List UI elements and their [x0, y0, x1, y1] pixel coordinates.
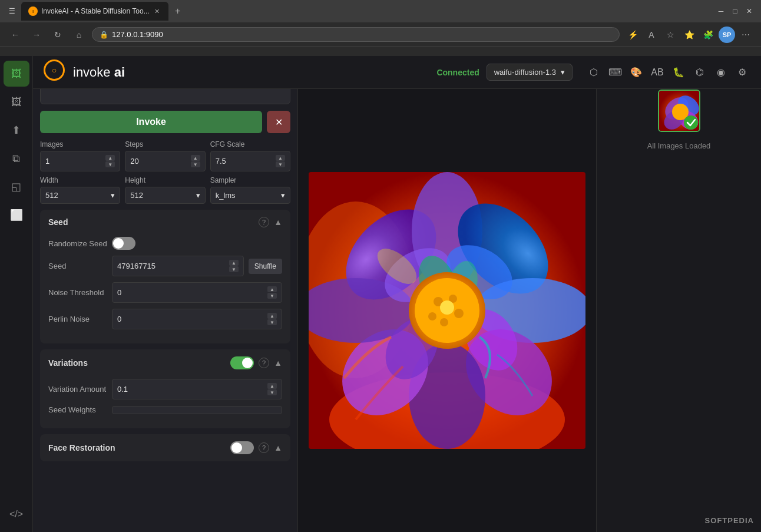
merge-icon: ⧉: [12, 153, 20, 165]
extensions-btn[interactable]: 🧩: [700, 27, 716, 43]
sidebar-item-upscale[interactable]: ⬆: [4, 117, 29, 143]
cfg-param: CFG Scale 7.5 ▲ ▼: [210, 140, 290, 171]
seed-help-btn[interactable]: ?: [259, 217, 269, 227]
invoke-button[interactable]: Invoke: [40, 111, 262, 133]
model-dropdown-arrow: ▾: [561, 68, 565, 77]
app-logo: ○: [42, 58, 66, 82]
cfg-down[interactable]: ▼: [276, 161, 285, 167]
image-container: ▲ Type gfpgan ▾ gfpgan codeformer: [298, 88, 596, 532]
cfg-label: CFG Scale: [210, 140, 290, 148]
address-bar[interactable]: 🔒 127.0.0.1:9090: [92, 27, 620, 42]
perlin-up[interactable]: ▲: [267, 313, 277, 319]
perlin-input[interactable]: 0 ▲ ▼: [112, 309, 282, 329]
shuffle-btn[interactable]: Shuffle: [249, 259, 282, 274]
cfg-up[interactable]: ▲: [276, 155, 285, 161]
gallery-area: All Images Loaded: [597, 85, 761, 508]
home-btn[interactable]: ⌂: [71, 27, 87, 43]
variation-amount-input[interactable]: 0.1 ▲ ▼: [112, 379, 282, 399]
images-up[interactable]: ▲: [105, 155, 115, 161]
svg-point-22: [454, 309, 464, 318]
new-tab-btn[interactable]: +: [171, 4, 185, 18]
sidebar-item-alt[interactable]: ◱: [4, 174, 29, 200]
face-restoration-collapse[interactable]: ▲: [274, 443, 282, 452]
forward-btn[interactable]: →: [28, 27, 45, 43]
variation-amount-spinners: ▲ ▼: [267, 383, 277, 395]
center-panel: ⬆ ⤢ ❝ ✦ ✳ ☺ ⛶ </> 🗑: [298, 56, 596, 532]
seed-up[interactable]: ▲: [229, 260, 239, 266]
variation-amount-row: Variation Amount 0.1 ▲ ▼: [48, 379, 282, 399]
variations-section-header[interactable]: Variations ? ▲: [40, 349, 290, 376]
seed-section-header[interactable]: Seed ? ▲: [40, 210, 290, 234]
app-header: ○ invoke ai Connected waifu-diffusion-1.…: [33, 56, 761, 89]
sidebar-item-canvas[interactable]: ⬜: [4, 202, 29, 228]
cube-icon-btn[interactable]: ⬡: [584, 63, 603, 82]
discord-icon-btn[interactable]: ◉: [712, 63, 730, 82]
thumb-image: [659, 91, 700, 132]
profile-btn[interactable]: SP: [719, 27, 735, 43]
seed-section: Seed ? ▲ Randomize Seed Seed 479167715: [40, 210, 290, 343]
seed-weights-input[interactable]: [112, 406, 282, 414]
variation-down[interactable]: ▼: [267, 389, 277, 395]
seed-spinners: ▲ ▼: [229, 260, 239, 272]
sampler-select[interactable]: k_lms ▾: [210, 187, 290, 204]
face-restoration-header[interactable]: Face Restoration ? ▲: [40, 434, 290, 461]
face-restoration-help[interactable]: ?: [259, 442, 269, 453]
sidebar-code-btn[interactable]: </>: [4, 501, 29, 527]
close-btn[interactable]: ✕: [745, 6, 754, 16]
favorites-btn[interactable]: ☆: [662, 27, 679, 43]
perlin-down[interactable]: ▼: [267, 319, 277, 325]
back-btn[interactable]: ←: [7, 27, 24, 43]
github-icon-btn[interactable]: ⌬: [690, 63, 709, 82]
settings-icon-btn[interactable]: ⚙: [733, 63, 752, 82]
model-name: waifu-diffusion-1.3: [494, 68, 556, 77]
tab-close-btn[interactable]: ✕: [153, 7, 161, 15]
face-restoration-knob: [231, 442, 242, 453]
gallery-thumbnail[interactable]: [658, 90, 700, 132]
model-selector[interactable]: waifu-diffusion-1.3 ▾: [487, 64, 573, 81]
noise-down[interactable]: ▼: [267, 293, 277, 299]
randomize-seed-row: Randomize Seed: [48, 237, 282, 250]
ab-test-icon-btn[interactable]: AB: [648, 63, 667, 82]
img2img-icon: 🖼: [11, 96, 22, 108]
steps-down[interactable]: ▼: [191, 161, 200, 167]
sidebar-item-image-gen[interactable]: 🖼: [4, 61, 29, 87]
connection-status: Connected: [436, 68, 479, 77]
seed-collapse-btn[interactable]: ▲: [274, 217, 282, 227]
noise-threshold-input[interactable]: 0 ▲ ▼: [112, 282, 282, 303]
maximize-btn[interactable]: □: [730, 6, 740, 16]
variations-help-btn[interactable]: ?: [259, 358, 269, 368]
height-param: Height 512 ▾: [125, 176, 205, 204]
cfg-input[interactable]: 7.5 ▲ ▼: [210, 151, 290, 171]
ai-features-btn[interactable]: ⚡: [624, 27, 641, 43]
images-input[interactable]: 1 ▲ ▼: [40, 151, 120, 171]
width-select[interactable]: 512 ▾: [40, 187, 120, 204]
steps-up[interactable]: ▲: [191, 155, 200, 161]
randomize-seed-toggle[interactable]: [112, 237, 135, 250]
seed-down[interactable]: ▼: [229, 266, 239, 272]
keyboard-icon-btn[interactable]: ⌨: [606, 63, 624, 82]
height-select[interactable]: 512 ▾: [125, 187, 205, 204]
steps-input[interactable]: 20 ▲ ▼: [125, 151, 205, 171]
seed-input[interactable]: 479167715 ▲ ▼: [112, 256, 244, 276]
reader-mode-btn[interactable]: A: [643, 27, 660, 43]
face-restoration-toggle[interactable]: [230, 441, 254, 454]
images-label: Images: [40, 140, 120, 148]
variations-toggle[interactable]: [230, 356, 254, 369]
sidebar-toggle-btn[interactable]: ☰: [7, 6, 16, 16]
face-restoration-section: Face Restoration ? ▲: [40, 434, 290, 461]
minimize-btn[interactable]: ─: [716, 6, 726, 16]
more-btn[interactable]: ⋯: [737, 27, 754, 43]
images-down[interactable]: ▼: [105, 161, 115, 167]
cancel-button[interactable]: ✕: [267, 111, 290, 133]
width-param: Width 512 ▾: [40, 176, 120, 204]
palette-icon-btn[interactable]: 🎨: [627, 63, 646, 82]
variation-up[interactable]: ▲: [267, 383, 277, 389]
noise-up[interactable]: ▲: [267, 286, 277, 292]
sidebar-item-merge[interactable]: ⧉: [4, 146, 29, 171]
active-tab[interactable]: I InvokeAI - A Stable Diffusion Too... ✕: [21, 2, 168, 21]
refresh-btn[interactable]: ↻: [49, 27, 66, 43]
variations-collapse-btn[interactable]: ▲: [274, 358, 282, 368]
bug-icon-btn[interactable]: 🐛: [669, 63, 688, 82]
sidebar-item-img2img[interactable]: 🖼: [4, 89, 29, 115]
collections-btn[interactable]: ⭐: [681, 27, 697, 43]
